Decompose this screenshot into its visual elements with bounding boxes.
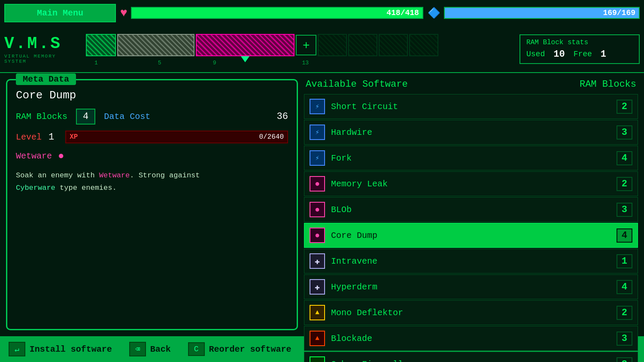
software-list-item[interactable]: ● Core Dump 4 [304,223,638,248]
software-name: Cyber Firewall [331,359,617,362]
wetware-icon: ● [58,150,64,162]
software-list: ⚡ Short Circuit 2 ⚡ Hardwire 3 ⚡ Fork 4 … [304,94,638,362]
software-list-item[interactable]: ⚡ Hardwire 3 [304,120,638,145]
meta-item-name: Core Dump [16,89,288,102]
software-list-item[interactable]: ▲ Mono Deflektor 2 [304,300,638,325]
ram-free-value: 1 [601,49,606,60]
ram-stats-box: RAM Block stats Used 10 Free 1 [519,34,640,64]
software-icon: ✚ [310,253,325,269]
software-list-item[interactable]: ✚ Intravene 1 [304,249,638,274]
ram-num-1: 1 [94,60,98,66]
mana-text: 169/169 [603,9,635,17]
top-bar: Main Menu ♥ 418/418 🔷 169/169 [0,0,644,26]
meta-datacost-label: Data Cost [104,112,150,122]
meta-desc-text2: . Strong against [130,171,200,179]
hp-bar-fill [132,8,422,18]
software-list-item[interactable]: ✚ Hyperderm 4 [304,274,638,299]
software-name: Mono Deflektor [331,308,617,318]
software-list-item[interactable]: ● Memory Leak 2 [304,171,638,196]
wetware-label: Wetware [16,151,52,161]
vms-subtitle: VIRTUAL MEMORY SYSTEM [4,54,82,64]
software-ram-value: 2 [617,306,632,320]
software-icon: ● [310,176,325,192]
software-icon: ● [310,228,325,243]
ram-block-green [86,34,116,56]
software-icon: ⚡ [310,99,325,114]
ram-block-empty-4 [409,34,438,56]
meta-level-value: 1 [49,132,54,143]
meta-level-row: Level 1 XP 0/2640 [16,131,288,143]
software-list-item[interactable]: ▲ Blockade 3 [304,326,638,351]
reorder-button[interactable]: C Reorder software [188,342,292,356]
ram-num-9: 9 [213,60,216,66]
software-icon: ▲ [310,331,325,346]
xp-text: 0/2640 [259,133,284,141]
ram-block-pink [196,34,295,56]
meta-desc-text1: Soak an enemy with [16,171,99,179]
software-ram-value: 4 [617,151,632,165]
software-name: Hardwire [331,128,617,137]
meta-ram-value: 4 [76,109,95,125]
meta-desc-wetware: Wetware [99,171,130,179]
software-ram-value: 4 [617,228,632,243]
software-ram-value: 2 [617,100,632,114]
software-ram-value: 4 [617,280,632,294]
software-name: BLOb [331,205,617,215]
software-list-item[interactable]: ▲ Cyber Firewall 3 [304,352,638,362]
software-icon: ▲ [310,305,325,320]
reorder-label: Reorder software [209,344,292,354]
software-ram-value: 3 [617,203,632,217]
meta-description: Soak an enemy with Wetware. Strong again… [16,170,288,195]
software-name: Fork [331,153,617,163]
ram-num-5: 5 [158,60,161,66]
mana-icon: 🔷 [428,7,440,19]
wetware-row: Wetware ● [16,150,288,162]
software-icon: ● [310,202,325,217]
meta-panel-title: Meta Data [16,73,76,85]
software-ram-value: 1 [617,254,632,268]
software-icon: ⚡ [310,125,325,140]
mana-bar: 169/169 [444,7,640,19]
install-label: Install software [30,344,112,354]
software-name: Hyperderm [331,282,617,292]
software-list-item[interactable]: ⚡ Fork 4 [304,146,638,170]
reorder-key: C [188,342,205,356]
meta-desc-text4: type enemies. [55,184,117,192]
ram-block-marker [241,56,249,62]
back-button[interactable]: ⌫ Back [129,342,171,356]
mana-section: 🔷 169/169 [428,7,640,19]
software-name: Memory Leak [331,179,617,189]
ram-blocks-row: + [86,32,511,58]
add-ram-button[interactable]: + [296,35,316,55]
main-menu-button[interactable]: Main Menu [4,4,116,22]
xp-bar: XP 0/2640 [65,131,288,143]
xp-label: XP [70,133,78,141]
ram-block-gray [117,34,194,56]
ram-stats-title: RAM Block stats [526,39,633,46]
ram-blocks-visual: + 1 5 9 13 [86,32,511,66]
meta-desc-cyberware: Cyberware [16,184,55,192]
hp-bar: 418/418 [131,7,423,19]
software-list-item[interactable]: ● BLOb 3 [304,197,638,222]
software-ram-value: 3 [617,357,632,362]
meta-ram-label: RAM Blocks [16,112,67,122]
ram-blocks-empty [318,34,438,56]
meta-ram-row: RAM Blocks 4 Data Cost 36 [16,109,288,125]
software-name: Short Circuit [331,102,617,112]
ram-block-empty-2 [348,34,377,56]
software-header: Available Software RAM Blocks [304,79,638,90]
software-icon: ⚡ [310,150,325,166]
software-name: Blockade [331,334,617,344]
install-button[interactable]: ↵ Install software [9,342,112,356]
vms-bar: V.M.S VIRTUAL MEMORY SYSTEM + 1 5 9 13 R… [0,26,644,73]
vms-logo: V.M.S VIRTUAL MEMORY SYSTEM [4,34,82,64]
ram-used-value: 10 [553,49,565,60]
ram-block-empty-3 [379,34,408,56]
main-content: Meta Data Core Dump RAM Blocks 4 Data Co… [0,73,644,336]
software-list-item[interactable]: ⚡ Short Circuit 2 [304,94,638,119]
back-key: ⌫ [129,342,146,356]
ram-num-13: 13 [302,60,309,66]
meta-level-label: Level [16,132,42,142]
software-ram-value: 2 [617,177,632,191]
software-ram-value: 3 [617,125,632,140]
